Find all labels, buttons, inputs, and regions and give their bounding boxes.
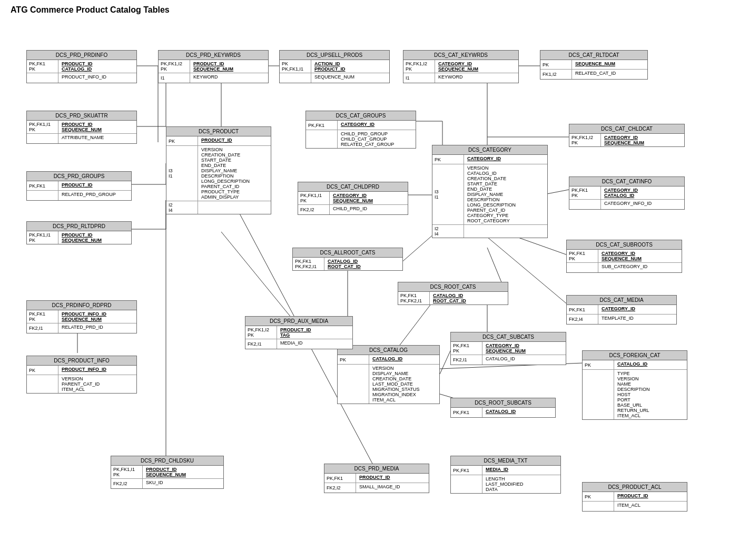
row-key: PK,FK1PK xyxy=(451,342,482,355)
row-key: PK,FK1 xyxy=(27,181,58,190)
table-row: PK,FK1PK CATEGORY_ID SEQUENCE_NUM xyxy=(567,250,682,263)
table-dcs-prd-aux-media: DCS_PRD_AUX_MEDIA PK,FK1,I2PK PRODUCT_ID… xyxy=(245,316,353,349)
table-row: PK,FK1PK CATEGORY_ID SEQUENCE_NUM xyxy=(451,342,566,355)
row-fields: CATALOG_ID xyxy=(369,355,439,364)
field: KEYWORD xyxy=(438,74,515,80)
field: ROOT_CAT_ID xyxy=(328,264,399,269)
table-row: PK,FK1 CATEGORY_ID xyxy=(306,121,416,130)
row-key xyxy=(27,134,58,143)
field: BASE_URL xyxy=(617,402,684,408)
field: ROOT_CAT_ID xyxy=(433,298,505,303)
row-fields: ITEM_ACL xyxy=(614,502,687,511)
table-row: VERSION PARENT_CAT_ID ITEM_ACL xyxy=(27,375,136,393)
table-row: PK PRODUCT_INFO_ID xyxy=(27,366,136,375)
table-row: FK2,I2 SMALL_IMAGE_ID xyxy=(324,483,429,493)
table-body: PK,FK1PK,FK2,I1 CATALOG_ID ROOT_CAT_ID xyxy=(398,292,508,304)
row-key: FK2,I1 xyxy=(245,339,277,349)
table-title: DCS_CAT_GROUPS xyxy=(306,111,416,121)
table-title: DCS_CATEGORY xyxy=(432,145,547,155)
field: ACTION_ID xyxy=(314,61,386,66)
table-row: VERSION DISPLAY_NAME CREATION_DATE LAST_… xyxy=(338,365,439,404)
row-key: I1 xyxy=(159,73,190,83)
table-body: PK CATALOG_ID TYPE VERSION NAME DESCRIPT… xyxy=(583,360,687,419)
field: SUB_CATEGORY_ID xyxy=(602,264,678,269)
field: KEYWORD xyxy=(193,74,265,80)
row-key: PK,FK1PK,FK2,I1 xyxy=(293,258,324,270)
table-row: PK PRODUCT_ID xyxy=(166,136,271,146)
row-fields: PRODUCT_ID SEQUENCE_NUM xyxy=(190,60,268,73)
row-fields: LENGTH LAST_MODIFIED DATA xyxy=(482,475,560,493)
table-row: PK,FK1,I2PK CATEGORY_ID SEQUENCE_NUM xyxy=(403,60,518,73)
row-key: PK,FK1,I1PK xyxy=(111,466,143,478)
table-title: DCS_PRODUCT xyxy=(166,127,271,136)
table-dcs-prd-media: DCS_PRD_MEDIA PK,FK1 PRODUCT_ID FK2,I2 S… xyxy=(324,464,429,493)
field: CATEGORY_ID xyxy=(486,343,563,348)
row-key: PK xyxy=(583,360,614,369)
field: SEQUENCE_NUM xyxy=(438,66,515,72)
table-row: PK,FK1 MEDIA_ID xyxy=(451,466,560,475)
field: VERSION xyxy=(372,366,436,371)
row-key: FK1,I2 xyxy=(540,70,572,79)
row-fields: ACTION_ID PRODUCT_ID xyxy=(311,60,389,73)
table-dcs-root-cats: DCS_ROOT_CATS PK,FK1PK,FK2,I1 CATALOG_ID… xyxy=(398,282,508,305)
row-key: I2I4 xyxy=(432,225,464,238)
table-title: DCS_CAT_CHLDPRD xyxy=(298,182,408,192)
table-body: PK,FK1PK CATEGORY_ID CATALOG_ID CATEGORY… xyxy=(569,186,684,209)
row-fields: CATALOG_ID ROOT_CAT_ID xyxy=(430,292,508,304)
field: CATALOG_ID xyxy=(433,293,505,298)
table-title: DCS_PRD_RLTDPRD xyxy=(27,222,131,231)
table-body: PK,FK1,I2PK CATEGORY_ID SEQUENCE_NUM I1 … xyxy=(403,60,518,83)
field: CATALOG_ID xyxy=(486,409,552,414)
field: CATEGORY_INFO_ID xyxy=(604,201,681,206)
field: PARENT_CAT_ID xyxy=(62,381,133,387)
table-dcs-product-acl: DCS_PRODUCT_ACL PK PRODUCT_ID ITEM_ACL xyxy=(582,482,687,512)
table-dcs-prd-rltdprd: DCS_PRD_RLTDPRD PK,FK1,I1PK PRODUCT_ID S… xyxy=(26,221,132,244)
field: RELATED_PRD_GROUP xyxy=(62,192,128,197)
table-body: PK,FK1PK PRODUCT_INFO_ID SEQUENCE_NUM FK… xyxy=(27,310,136,333)
field: RETURN_URL xyxy=(617,408,684,413)
table-row: PK SEQUENCE_NUM xyxy=(540,60,647,70)
field: CATALOG_ID xyxy=(328,259,399,264)
field: CHILD_PRD_ID xyxy=(333,206,405,211)
field: VERSION xyxy=(467,165,544,171)
field: SEQUENCE_NUM xyxy=(62,238,128,243)
row-key: PK,FK1,I2PK xyxy=(245,326,277,339)
row-fields: SMALL_IMAGE_ID xyxy=(356,483,429,493)
table-body: PK,FK1 CATEGORY_ID FK2,I4 TEMPLATE_ID xyxy=(567,305,676,324)
table-row: PK,FK1,I1PK CATEGORY_ID SEQUENCE_NUM xyxy=(298,192,408,205)
field: DISPLAY_NAME xyxy=(372,371,436,376)
row-fields: MEDIA_ID xyxy=(482,466,560,475)
table-row: I3I1 VERSION CATALOG_ID CREATION_DATE ST… xyxy=(432,164,547,225)
field: TYPE xyxy=(617,371,684,376)
table-row: PK,FK1PK PRODUCT_INFO_ID SEQUENCE_NUM xyxy=(27,310,136,323)
row-fields: PRODUCT_ID xyxy=(614,492,687,501)
table-row: PK,FK1 CATALOG_ID xyxy=(451,408,555,417)
table-row: PK,FK1PK,FK2,I1 CATALOG_ID ROOT_CAT_ID xyxy=(293,258,402,270)
row-fields: KEYWORD xyxy=(435,73,518,83)
table-row: I2I4 xyxy=(166,201,271,214)
table-body: PK,FK1 PRODUCT_ID FK2,I2 SMALL_IMAGE_ID xyxy=(324,474,429,493)
table-row: PK,FK1,I1PK PRODUCT_ID SEQUENCE_NUM xyxy=(27,121,136,134)
row-fields: SUB_CATEGORY_ID xyxy=(598,263,682,272)
table-row: FK2,I2 SKU_ID xyxy=(111,479,223,488)
table-row: I2I4 xyxy=(432,225,547,238)
table-body: PK,FK1 PRODUCT_ID RELATED_PRD_GROUP xyxy=(27,181,131,200)
table-row: PK,FK1,I1PK PRODUCT_ID SEQUENCE_NUM xyxy=(27,231,131,244)
table-dcs-cat-subcats: DCS_CAT_SUBCATS PK,FK1PK CATEGORY_ID SEQ… xyxy=(450,332,566,365)
table-row: ATTRIBUTE_NAME xyxy=(27,134,136,143)
row-fields: CATEGORY_ID SEQUENCE_NUM xyxy=(435,60,518,73)
table-title: DCS_ROOT_CATS xyxy=(398,282,508,292)
field: SEQUENCE_NUM xyxy=(604,140,681,145)
row-fields: PRODUCT_INFO_ID SEQUENCE_NUM xyxy=(58,310,136,323)
row-fields xyxy=(464,225,547,238)
row-key: PK,FK1 xyxy=(451,408,482,417)
table-dcs-cat-keywrds: DCS_CAT_KEYWRDS PK,FK1,I2PK CATEGORY_ID … xyxy=(403,50,519,83)
row-key: PK,FK1,I2PK xyxy=(403,60,435,73)
field: ADMIN_DISPLAY xyxy=(201,194,268,200)
table-dcs-root-subcats: DCS_ROOT_SUBCATS PK,FK1 CATALOG_ID xyxy=(450,398,556,418)
field: CATEGORY_TYPE xyxy=(467,213,544,218)
table-body: PK,FK1,I1PK CATEGORY_ID SEQUENCE_NUM FK2… xyxy=(298,192,408,214)
table-dcs-prdinfo-rdprd: DCS_PRDINFO_RDPRD PK,FK1PK PRODUCT_INFO_… xyxy=(26,300,137,333)
field: CATALOG_ID xyxy=(486,356,563,361)
field: PRODUCT_ID xyxy=(193,61,265,66)
